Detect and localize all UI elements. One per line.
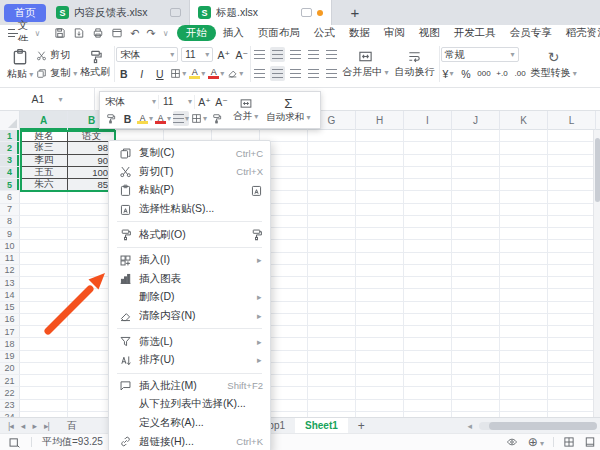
- cell-J8[interactable]: [452, 216, 500, 228]
- cell-I23[interactable]: [404, 400, 452, 412]
- cell-A11[interactable]: [20, 253, 68, 265]
- doc-tab-2-active[interactable]: S 标题.xlsx: [190, 0, 332, 25]
- column-header-I[interactable]: I: [404, 111, 452, 130]
- cell-A4[interactable]: 王五: [20, 167, 68, 179]
- menu-item-sort[interactable]: 排序(U) ▸: [109, 351, 270, 370]
- cell-H14[interactable]: [356, 289, 404, 301]
- increase-font-button[interactable]: A⁺: [216, 47, 231, 62]
- cell-J9[interactable]: [452, 228, 500, 240]
- sheet-tab-sheet1[interactable]: Sheet1: [295, 418, 348, 434]
- preview-icon[interactable]: [111, 27, 123, 39]
- cell-H20[interactable]: [356, 363, 404, 375]
- cell-H2[interactable]: [356, 142, 404, 154]
- cell-L1[interactable]: [548, 130, 596, 142]
- cell-K1[interactable]: [500, 130, 548, 142]
- cell-H11[interactable]: [356, 253, 404, 265]
- cell-G4[interactable]: [308, 167, 356, 179]
- cell-H13[interactable]: [356, 277, 404, 289]
- cell-I6[interactable]: [404, 191, 452, 203]
- cell-I10[interactable]: [404, 240, 452, 252]
- ribbon-tab-data[interactable]: 数据: [342, 26, 377, 40]
- row-header-17[interactable]: 17: [0, 326, 20, 338]
- number-format-select[interactable]: 常规▾: [441, 47, 519, 62]
- cell-K21[interactable]: [500, 375, 548, 387]
- cell-K10[interactable]: [500, 240, 548, 252]
- menu-item-paste[interactable]: 粘贴(P): [109, 181, 270, 200]
- save-icon[interactable]: [54, 27, 66, 39]
- cell-A22[interactable]: [20, 387, 68, 399]
- undo-icon[interactable]: ↶: [130, 27, 139, 40]
- cell-A2[interactable]: 张三: [20, 142, 68, 154]
- align-right-button[interactable]: [288, 66, 303, 81]
- row-header-12[interactable]: 12: [0, 265, 20, 277]
- cell-L3[interactable]: [548, 155, 596, 167]
- cell-A15[interactable]: [20, 302, 68, 314]
- cell-A23[interactable]: [20, 400, 68, 412]
- prev-sheet-icon[interactable]: ◂: [21, 421, 25, 431]
- menu-item-filter[interactable]: 筛选(L) ▸: [109, 332, 270, 351]
- menu-item-paste-special[interactable]: 选择性粘贴(S)...: [109, 200, 270, 219]
- cell-K12[interactable]: [500, 265, 548, 277]
- cell-A7[interactable]: [20, 204, 68, 216]
- font-size-select[interactable]: 11▾: [181, 47, 213, 62]
- selection-mode-icon[interactable]: [8, 436, 21, 449]
- cell-K11[interactable]: [500, 253, 548, 265]
- cell-K16[interactable]: [500, 314, 548, 326]
- horizontal-scroll-thumb[interactable]: [489, 422, 597, 430]
- last-sheet-icon[interactable]: ▸|: [44, 421, 49, 431]
- cell-G8[interactable]: [308, 216, 356, 228]
- row-header-2[interactable]: 2: [0, 142, 20, 154]
- row-header-5[interactable]: 5: [0, 179, 20, 191]
- cell-L20[interactable]: [548, 363, 596, 375]
- cell-I16[interactable]: [404, 314, 452, 326]
- align-left-button[interactable]: [252, 66, 267, 81]
- distribute-button[interactable]: [324, 66, 339, 81]
- horizontal-scrollbar[interactable]: [479, 422, 597, 430]
- mini-merge-button[interactable]: 合并 ▾: [229, 94, 262, 126]
- row-header-18[interactable]: 18: [0, 338, 20, 350]
- row-header-7[interactable]: 7: [0, 204, 20, 216]
- cell-J21[interactable]: [452, 375, 500, 387]
- menu-item-insert-chart[interactable]: 插入图表: [109, 270, 270, 289]
- cell-G23[interactable]: [308, 400, 356, 412]
- cell-L15[interactable]: [548, 302, 596, 314]
- ribbon-tab-developer[interactable]: 开发工具: [447, 26, 503, 40]
- cell-H7[interactable]: [356, 204, 404, 216]
- first-sheet-icon[interactable]: |◂: [8, 421, 13, 431]
- cell-J18[interactable]: [452, 338, 500, 350]
- column-header-A[interactable]: A: [20, 111, 68, 130]
- cell-K17[interactable]: [500, 326, 548, 338]
- mini-fill-color-button[interactable]: A▾: [137, 111, 153, 126]
- row-header-22[interactable]: 22: [0, 387, 20, 399]
- cell-A17[interactable]: [20, 326, 68, 338]
- thousand-separator-button[interactable]: 000: [477, 66, 492, 81]
- row-header-11[interactable]: 11: [0, 253, 20, 265]
- cell-H6[interactable]: [356, 191, 404, 203]
- row-header-15[interactable]: 15: [0, 302, 20, 314]
- cell-I15[interactable]: [404, 302, 452, 314]
- mini-painter2-button[interactable]: [209, 111, 224, 126]
- currency-button[interactable]: ¥▾: [441, 66, 456, 81]
- cell-L9[interactable]: [548, 228, 596, 240]
- cell-G16[interactable]: [308, 314, 356, 326]
- locate-icon[interactable]: ⊕ ▾: [528, 435, 544, 449]
- cell-G20[interactable]: [308, 363, 356, 375]
- cell-J17[interactable]: [452, 326, 500, 338]
- mini-font-color-button[interactable]: A▾: [155, 111, 171, 126]
- cell-A8[interactable]: [20, 216, 68, 228]
- cell-I22[interactable]: [404, 387, 452, 399]
- vertical-scroll-thumb[interactable]: [595, 138, 600, 202]
- cell-I17[interactable]: [404, 326, 452, 338]
- cell-K19[interactable]: [500, 351, 548, 363]
- cell-G10[interactable]: [308, 240, 356, 252]
- cell-L10[interactable]: [548, 240, 596, 252]
- cell-G2[interactable]: [308, 142, 356, 154]
- cell-K6[interactable]: [500, 191, 548, 203]
- cell-A19[interactable]: [20, 351, 68, 363]
- cell-G15[interactable]: [308, 302, 356, 314]
- cell-A12[interactable]: [20, 265, 68, 277]
- sheet-tab-partial[interactable]: 百: [57, 418, 87, 434]
- cell-G13[interactable]: [308, 277, 356, 289]
- cell-H8[interactable]: [356, 216, 404, 228]
- ribbon-tab-home[interactable]: 开始: [177, 25, 216, 41]
